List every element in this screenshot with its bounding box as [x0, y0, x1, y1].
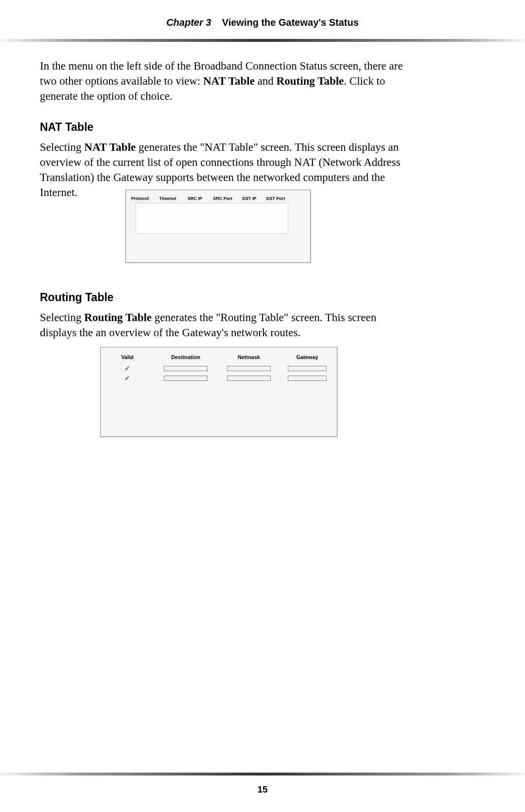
intro-bold-routing: Routing Table [277, 75, 344, 87]
nat-col-dstip: DST IP [237, 196, 262, 201]
routing-paragraph: Selecting Routing Table generates the "R… [40, 310, 403, 340]
gateway-field [288, 366, 327, 371]
chapter-title: Viewing the Gateway's Status [222, 17, 359, 28]
check-icon: ✓ [124, 364, 130, 373]
nat-table-headers: Protocol Timeout SRC IP SRC Port DST IP … [126, 196, 310, 201]
nat-col-timeout: Timeout [154, 196, 181, 201]
routing-row: ✓ [101, 374, 337, 382]
netmask-field [227, 366, 271, 371]
routing-row: ✓ [101, 364, 337, 373]
destination-field [164, 376, 208, 381]
routing-table-section: Routing Table Selecting Routing Table ge… [40, 291, 403, 340]
footer-divider [0, 773, 525, 776]
chapter-label: Chapter 3 [166, 17, 211, 28]
nat-table-section: NAT Table Selecting NAT Table generates … [40, 121, 403, 200]
rt-col-valid: Valid [101, 354, 154, 360]
header-divider [0, 39, 525, 42]
gateway-field [288, 376, 327, 381]
nat-table-panel: Protocol Timeout SRC IP SRC Port DST IP … [125, 190, 311, 263]
routing-heading: Routing Table [40, 291, 403, 304]
page-number: 15 [0, 784, 525, 795]
intro-paragraph: In the menu on the left side of the Broa… [40, 58, 403, 112]
routing-table-panel: Valid Destination Netmask Gateway ✓ ✓ [100, 347, 337, 437]
page-header: Chapter 3 Viewing the Gateway's Status [0, 17, 525, 28]
nat-col-dstport: DST Port [262, 196, 289, 201]
document-page: Chapter 3 Viewing the Gateway's Status I… [0, 0, 525, 812]
rt-col-netmask: Netmask [217, 354, 280, 360]
nat-col-protocol: Protocol [126, 196, 154, 201]
rt-col-gateway: Gateway [280, 354, 334, 360]
routing-table-headers: Valid Destination Netmask Gateway [101, 354, 337, 360]
nat-col-srcip: SRC IP [181, 196, 209, 201]
nat-heading: NAT Table [40, 121, 403, 134]
destination-field [164, 366, 208, 371]
check-icon: ✓ [124, 374, 130, 382]
intro-mid: and [255, 75, 277, 87]
netmask-field [227, 376, 271, 381]
intro-bold-nat: NAT Table [203, 75, 255, 87]
nat-table-body [136, 203, 288, 234]
rt-col-destination: Destination [154, 354, 217, 360]
nat-col-srcport: SRC Port [209, 196, 237, 201]
